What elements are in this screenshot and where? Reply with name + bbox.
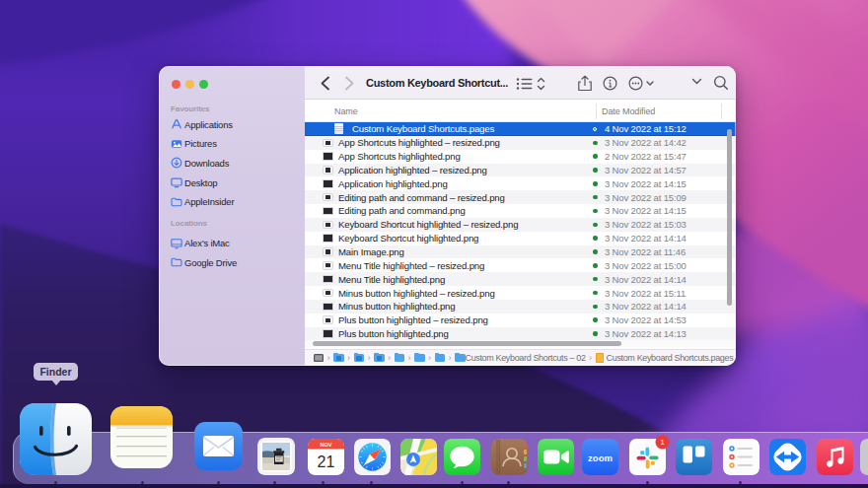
svg-text:zoom: zoom (588, 452, 613, 462)
svg-text:21: 21 (318, 453, 335, 469)
svg-text:NOV: NOV (321, 441, 332, 447)
svg-text:1: 1 (660, 438, 664, 447)
